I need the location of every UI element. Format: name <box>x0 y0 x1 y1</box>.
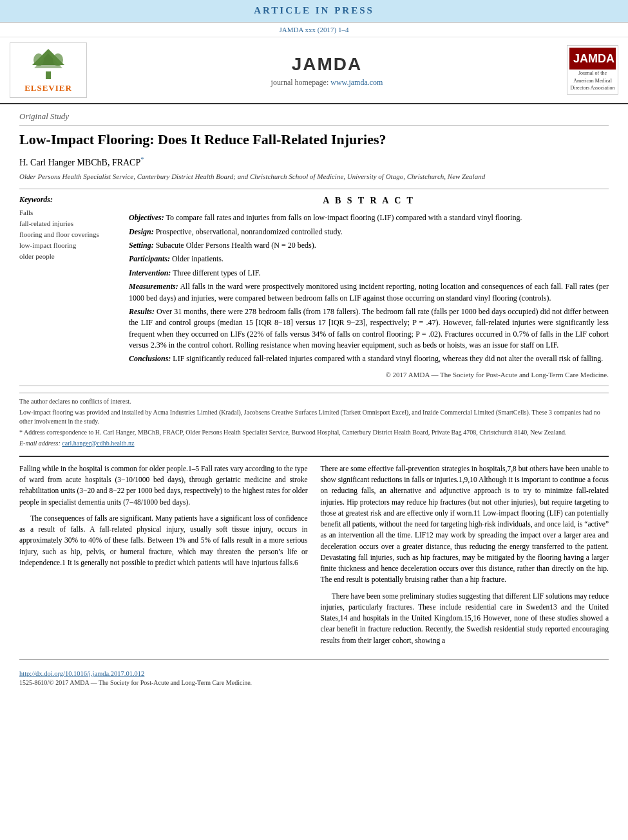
jamda-logo-subtitle: Journal of the American Medical Director… <box>569 70 616 92</box>
journal-info-bar: JAMDA xxx (2017) 1–4 <box>0 23 628 37</box>
body-para-3: There are some effective fall-prevention… <box>321 463 609 586</box>
article-title: Low-Impact Flooring: Does It Reduce Fall… <box>19 131 609 149</box>
jamda-logo-inner: JAMDA <box>569 48 616 70</box>
affiliation: Older Persons Health Specialist Service,… <box>19 172 609 182</box>
email-link[interactable]: carl.hanger@cdhb.health.nz <box>62 440 134 447</box>
abstract-conclusions: Conclusions: LIF significantly reduced f… <box>129 353 609 364</box>
copyright-line: © 2017 AMDA — The Society for Post-Acute… <box>129 370 609 380</box>
body-two-col: Falling while in the hospital is common … <box>19 463 609 651</box>
footnotes-area: The author declares no conflicts of inte… <box>19 393 609 448</box>
elsevier-logo: ELSEVIER <box>10 42 87 98</box>
abstract-section-container: Keywords: Falls fall-related injuries fl… <box>19 194 609 380</box>
keywords-heading: Keywords: <box>19 194 116 205</box>
keyword-fall-injuries: fall-related injuries <box>19 219 116 229</box>
footnote-2: Low-impact flooring was provided and ins… <box>19 408 609 426</box>
footnote-email: E-mail address: carl.hanger@cdhb.health.… <box>19 439 609 448</box>
footnote-3: * Address correspondence to H. Carl Hang… <box>19 428 609 437</box>
jamda-logo-box: JAMDA Journal of the American Medical Di… <box>567 45 618 95</box>
doi-link[interactable]: http://dx.doi.org/10.1016/j.jamda.2017.0… <box>19 669 609 678</box>
article-in-press-banner: ARTICLE IN PRESS <box>0 0 628 23</box>
svg-rect-0 <box>46 71 51 79</box>
divider-2 <box>19 386 609 386</box>
abstract-design: Design: Prospective, observational, nonr… <box>129 227 609 238</box>
keyword-falls: Falls <box>19 208 116 218</box>
journal-homepage-link[interactable]: www.jamda.com <box>330 78 383 87</box>
keyword-flooring: flooring and floor coverings <box>19 230 116 240</box>
body-col-right: There are some effective fall-prevention… <box>321 463 609 651</box>
journal-name: JAMDA <box>87 51 567 78</box>
abstract-heading: A B S T R A C T <box>129 194 609 207</box>
body-content: Falling while in the hospital is common … <box>19 456 609 651</box>
abstract-setting: Setting: Subacute Older Persons Health w… <box>129 240 609 251</box>
keyword-lif: low-impact flooring <box>19 241 116 251</box>
body-para-1: Falling while in the hospital is common … <box>19 463 308 508</box>
article-type: Original Study <box>19 111 609 126</box>
issn-line: 1525-8610/© 2017 AMDA — The Society for … <box>19 678 609 688</box>
keywords-col: Keywords: Falls fall-related injuries fl… <box>19 194 116 380</box>
divider-1 <box>19 189 609 189</box>
author-line: H. Carl Hanger MBChB, FRACP* <box>19 154 609 169</box>
abstract-measurements: Measurements: All falls in the ward were… <box>129 281 609 304</box>
abstract-participants: Participants: Older inpatients. <box>129 254 609 265</box>
body-para-4: There have been some preliminary studies… <box>321 591 609 646</box>
abstract-objectives: Objectives: To compare fall rates and in… <box>129 212 609 223</box>
svg-point-4 <box>53 53 63 66</box>
footnote-1: The author declares no conflicts of inte… <box>19 397 609 406</box>
abstract-col: A B S T R A C T Objectives: To compare f… <box>129 194 609 380</box>
body-col-left: Falling while in the hospital is common … <box>19 463 308 651</box>
main-content: Original Study Low-Impact Flooring: Does… <box>0 104 628 701</box>
keyword-older-people: older people <box>19 252 116 262</box>
svg-point-3 <box>33 53 44 66</box>
body-para-2: The consequences of falls are significan… <box>19 513 308 568</box>
abstract-results: Results: Over 31 months, there were 278 … <box>129 306 609 351</box>
elsevier-label: ELSEVIER <box>24 82 72 95</box>
abstract-intervention: Intervention: Three different types of L… <box>129 268 609 279</box>
journal-center: JAMDA journal homepage: www.jamda.com <box>87 51 567 89</box>
journal-header: ELSEVIER JAMDA journal homepage: www.jam… <box>0 37 628 104</box>
journal-homepage: journal homepage: www.jamda.com <box>87 77 567 88</box>
